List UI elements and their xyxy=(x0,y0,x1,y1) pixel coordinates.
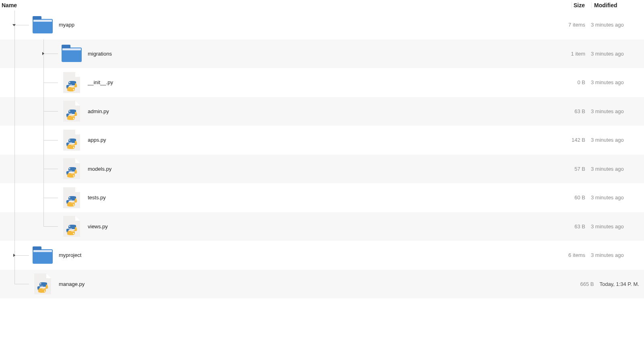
file-tree: myapp7 items3 minutes ago migrations1 it… xyxy=(0,10,644,298)
python-file-icon xyxy=(60,100,83,122)
svg-rect-21 xyxy=(33,246,41,250)
disclosure-arrow-right-icon[interactable] xyxy=(41,52,45,56)
column-header-modified[interactable]: Modified xyxy=(592,2,644,8)
tree-guides xyxy=(0,241,31,270)
folder-icon xyxy=(60,42,83,65)
item-modified: 3 minutes ago xyxy=(591,166,639,172)
item-modified: 3 minutes ago xyxy=(591,194,639,201)
svg-point-15 xyxy=(73,176,74,177)
item-size: 63 B xyxy=(574,223,591,230)
tree-guides xyxy=(0,39,60,68)
python-file-icon xyxy=(60,186,83,209)
tree-guides xyxy=(0,270,31,299)
python-file-icon xyxy=(31,273,54,295)
folder-row[interactable]: migrations1 item3 minutes ago xyxy=(0,39,644,68)
tree-guides xyxy=(0,155,60,184)
item-size: 60 B xyxy=(574,194,591,201)
item-name[interactable]: models.py xyxy=(88,166,574,172)
svg-point-8 xyxy=(69,82,70,83)
item-name[interactable]: myproject xyxy=(59,252,568,258)
item-modified: 3 minutes ago xyxy=(591,108,639,114)
item-size: 142 B xyxy=(572,137,591,143)
svg-rect-5 xyxy=(62,45,70,49)
file-row[interactable]: __init__.py0 B3 minutes ago xyxy=(0,68,644,97)
python-file-icon xyxy=(60,157,83,180)
tree-guides xyxy=(0,68,60,97)
svg-point-19 xyxy=(73,233,74,234)
item-size: 57 B xyxy=(574,166,591,172)
svg-point-12 xyxy=(69,139,70,141)
svg-point-16 xyxy=(69,197,70,198)
disclosure-arrow-down-icon[interactable] xyxy=(12,23,16,27)
item-modified: 3 minutes ago xyxy=(591,252,639,258)
file-row[interactable]: views.py63 B3 minutes ago xyxy=(0,212,644,241)
item-modified: 3 minutes ago xyxy=(591,79,639,85)
file-row[interactable]: manage.py665 BToday, 1:34 P. M. xyxy=(0,270,644,299)
tree-guides xyxy=(0,183,60,212)
item-name[interactable]: views.py xyxy=(88,223,574,230)
svg-point-25 xyxy=(44,291,45,292)
svg-point-18 xyxy=(69,226,70,227)
item-size: 7 items xyxy=(568,22,591,28)
disclosure-arrow-right-icon[interactable] xyxy=(12,253,16,257)
file-row[interactable]: tests.py60 B3 minutes ago xyxy=(0,183,644,212)
item-name[interactable]: migrations xyxy=(88,51,571,57)
svg-point-9 xyxy=(73,89,74,90)
item-size: 1 item xyxy=(571,51,591,57)
item-modified: 3 minutes ago xyxy=(591,22,639,28)
svg-rect-22 xyxy=(33,250,52,252)
svg-point-11 xyxy=(73,118,74,119)
folder-icon xyxy=(31,244,54,267)
item-modified: 3 minutes ago xyxy=(591,51,639,57)
file-row[interactable]: apps.py142 B3 minutes ago xyxy=(0,126,644,155)
svg-point-14 xyxy=(69,168,70,170)
tree-guides xyxy=(0,212,60,241)
python-file-icon xyxy=(60,215,83,238)
item-name[interactable]: myapp xyxy=(59,22,568,28)
column-header: Name Size Modified xyxy=(0,0,644,10)
item-name[interactable]: admin.py xyxy=(88,108,574,114)
svg-point-17 xyxy=(73,204,74,205)
item-modified: Today, 1:34 P. M. xyxy=(599,281,639,287)
item-size: 0 B xyxy=(577,79,591,85)
svg-rect-2 xyxy=(33,20,52,22)
tree-guides xyxy=(0,97,60,126)
item-size: 665 B xyxy=(580,281,599,287)
item-modified: 3 minutes ago xyxy=(591,223,639,230)
svg-point-10 xyxy=(69,111,70,112)
item-size: 63 B xyxy=(574,108,591,114)
item-modified: 3 minutes ago xyxy=(591,137,639,143)
file-row[interactable]: admin.py63 B3 minutes ago xyxy=(0,97,644,126)
folder-row[interactable]: myapp7 items3 minutes ago xyxy=(0,10,644,39)
item-size: 6 items xyxy=(568,252,591,258)
item-name[interactable]: apps.py xyxy=(88,137,572,143)
svg-point-24 xyxy=(40,283,41,285)
item-name[interactable]: __init__.py xyxy=(88,79,577,85)
column-header-name[interactable]: Name xyxy=(2,2,572,8)
svg-rect-6 xyxy=(62,48,81,50)
svg-rect-1 xyxy=(33,16,41,20)
item-name[interactable]: manage.py xyxy=(59,281,580,287)
item-name[interactable]: tests.py xyxy=(88,194,574,201)
tree-guides xyxy=(0,126,60,155)
column-header-size[interactable]: Size xyxy=(572,2,592,8)
python-file-icon xyxy=(60,129,83,151)
tree-guides xyxy=(0,10,31,39)
svg-point-13 xyxy=(73,147,74,148)
python-file-icon xyxy=(60,71,83,94)
folder-row[interactable]: myproject6 items3 minutes ago xyxy=(0,241,644,270)
file-row[interactable]: models.py57 B3 minutes ago xyxy=(0,155,644,184)
folder-icon xyxy=(31,14,54,36)
